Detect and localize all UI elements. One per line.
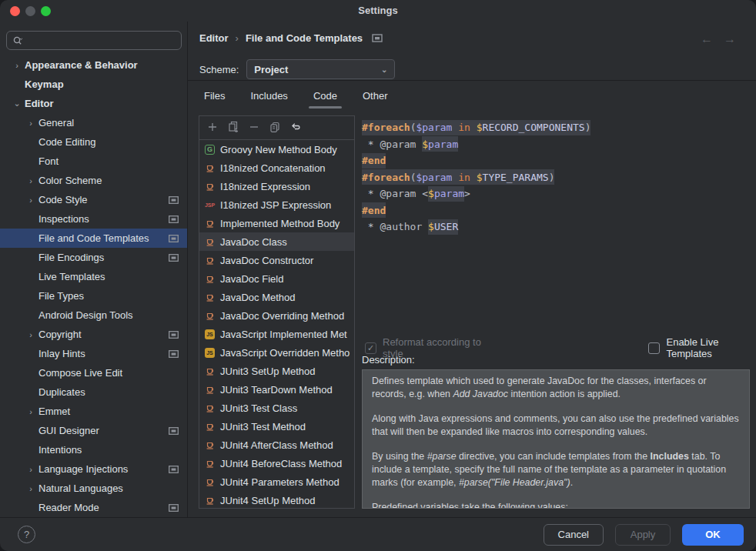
tab-includes[interactable]: Includes [249, 81, 289, 110]
template-list-item[interactable]: JUnit3 Test Class [199, 399, 354, 417]
chevron-right-icon[interactable]: › [23, 407, 38, 416]
scheme-dropdown[interactable]: Project ⌄ [246, 59, 395, 79]
duplicate-button[interactable] [227, 122, 239, 134]
chevron-right-icon[interactable]: › [23, 330, 38, 339]
sidebar-item-file-and-code-templates[interactable]: File and Code Templates [0, 229, 187, 248]
sidebar-item-inlay-hints[interactable]: Inlay Hints [0, 344, 187, 363]
template-name: JUnit4 Parameters Method [220, 476, 340, 488]
search-input[interactable] [6, 31, 182, 50]
cancel-button[interactable]: Cancel [544, 524, 604, 546]
template-list-item[interactable]: JavaDoc Field [199, 269, 354, 288]
sidebar-item-label: Live Templates [38, 271, 105, 282]
description-paragraph: By using the #parse directive, you can i… [372, 450, 740, 489]
description-label: Description: [362, 354, 415, 366]
template-list-item[interactable]: Implemented Method Body [199, 214, 354, 232]
template-list-item[interactable]: JSPI18nized JSP Expression [199, 195, 354, 214]
sidebar-item-code-style[interactable]: ›Code Style [0, 190, 187, 209]
template-name: I18nized Expression [220, 181, 310, 192]
tab-other[interactable]: Other [361, 81, 390, 110]
sidebar-item-appearance-behavior[interactable]: ›Appearance & Behavior [0, 55, 187, 75]
tab-files[interactable]: Files [202, 81, 226, 110]
template-list-item[interactable]: JUnit3 SetUp Method [199, 362, 354, 380]
sidebar-item-editor[interactable]: ⌄Editor [0, 94, 187, 113]
chevron-right-icon[interactable]: › [9, 61, 25, 70]
sidebar-item-code-editing[interactable]: Code Editing [0, 132, 187, 152]
reset-button[interactable] [289, 122, 302, 134]
template-name: JavaDoc Constructor [220, 255, 313, 266]
modified-settings-icon [169, 235, 179, 242]
breadcrumb-editor[interactable]: Editor [199, 32, 229, 44]
template-list-item[interactable]: I18nized Concatenation [199, 159, 354, 177]
sidebar-item-emmet[interactable]: ›Emmet [0, 402, 187, 421]
sidebar-item-android-design-tools[interactable]: Android Design Tools [0, 306, 187, 325]
copy-button[interactable] [269, 122, 281, 134]
sidebar-item-inspections[interactable]: Inspections [0, 209, 187, 229]
chevron-right-icon[interactable]: › [23, 119, 38, 128]
template-list-item[interactable]: GGroovy New Method Body [199, 140, 354, 159]
template-list-item[interactable]: JUnit4 BeforeClass Method [199, 454, 354, 473]
sidebar-item-label: Intentions [38, 444, 82, 456]
modified-settings-icon [169, 331, 179, 339]
java-template-icon [204, 181, 216, 192]
template-list-item[interactable]: JavaDoc Constructor [199, 251, 354, 269]
back-button[interactable]: ← [701, 32, 713, 46]
template-list-item[interactable]: JavaDoc Method [199, 288, 354, 306]
search-icon [12, 35, 28, 46]
sidebar-item-keymap[interactable]: Keymap [0, 75, 187, 94]
sidebar-item-label: Appearance & Behavior [25, 59, 138, 71]
scheme-label: Scheme: [199, 64, 239, 75]
template-list-item[interactable]: JUnit4 Parameters Method [199, 473, 354, 491]
sidebar-item-font[interactable]: Font [0, 152, 187, 171]
sidebar-item-intentions[interactable]: Intentions [0, 440, 187, 459]
sidebar-item-label: Font [38, 155, 59, 167]
template-list-item[interactable]: JSJavaScript Implemented Met [199, 325, 354, 343]
sidebar-item-language-injections[interactable]: ›Language Injections [0, 459, 187, 479]
sidebar-item-compose-live-edit[interactable]: Compose Live Edit [0, 363, 187, 382]
sidebar-item-gui-designer[interactable]: GUI Designer [0, 421, 187, 440]
sidebar-item-duplicates[interactable]: Duplicates [0, 382, 187, 402]
template-list-item[interactable]: JavaDoc Class [199, 232, 354, 251]
sidebar-item-label: Copyright [38, 329, 82, 340]
java-template-icon [204, 292, 216, 303]
sidebar-item-copyright[interactable]: ›Copyright [0, 325, 187, 344]
add-button[interactable] [206, 122, 219, 134]
ok-button[interactable]: OK [682, 524, 744, 546]
template-list-item[interactable]: JUnit3 Test Method [199, 417, 354, 436]
apply-button[interactable]: Apply [615, 524, 671, 546]
template-name: JavaDoc Class [220, 236, 287, 248]
template-editor[interactable]: #foreach($param in $RECORD_COMPONENTS) *… [356, 119, 750, 333]
chevron-right-icon[interactable]: › [23, 465, 38, 474]
help-button[interactable]: ? [18, 526, 35, 543]
enable-live-templates-checkbox[interactable] [648, 342, 660, 354]
template-list-item[interactable]: JUnit3 TearDown Method [199, 380, 354, 399]
sidebar-item-reader-mode[interactable]: Reader Mode [0, 498, 187, 517]
chevron-down-icon[interactable]: ⌄ [9, 99, 25, 109]
chevron-right-icon[interactable]: › [23, 176, 38, 185]
template-name: JUnit4 AfterClass Method [220, 439, 333, 451]
footer: ? Cancel Apply OK [0, 518, 756, 551]
template-list-item[interactable]: I18nized Expression [199, 177, 354, 195]
remove-button[interactable] [248, 122, 260, 134]
template-list-item[interactable]: JUnit4 AfterClass Method [199, 436, 354, 454]
forward-button[interactable]: → [724, 32, 736, 46]
sidebar-divider [187, 22, 188, 517]
template-list-item[interactable]: JavaDoc Overriding Method [199, 306, 354, 325]
template-list-item[interactable]: JSJavaScript Overridden Metho [199, 343, 354, 362]
template-list-item[interactable]: JUnit4 SetUp Method [199, 491, 354, 509]
description-paragraph: Defines template which used to generate … [372, 375, 740, 401]
reformat-checkbox[interactable]: ✓ [365, 342, 376, 354]
sidebar-item-label: Color Scheme [38, 175, 102, 186]
java-template-icon [204, 218, 216, 229]
description-panel[interactable]: Defines template which used to generate … [362, 369, 750, 509]
copy-icon [269, 122, 280, 135]
sidebar-item-file-encodings[interactable]: File Encodings [0, 248, 187, 267]
sidebar-item-natural-languages[interactable]: ›Natural Languages [0, 479, 187, 498]
sidebar-item-color-scheme[interactable]: ›Color Scheme [0, 171, 187, 190]
sidebar-item-general[interactable]: ›General [0, 113, 187, 132]
tab-code[interactable]: Code [312, 81, 339, 110]
breadcrumb: Editor › File and Code Templates [199, 32, 383, 44]
sidebar-item-file-types[interactable]: File Types [0, 286, 187, 306]
chevron-right-icon[interactable]: › [23, 484, 38, 493]
chevron-right-icon[interactable]: › [23, 195, 38, 205]
sidebar-item-live-templates[interactable]: Live Templates [0, 267, 187, 286]
